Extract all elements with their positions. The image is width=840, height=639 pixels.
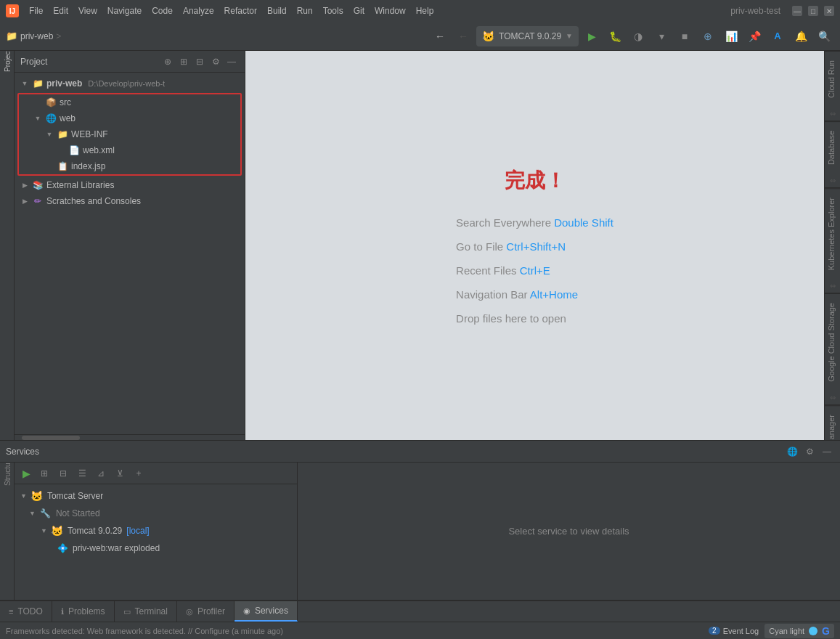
tree-root-node[interactable]: ▼ 📁 priv-web D:\Develop\priv-web-t <box>15 76 245 91</box>
menu-navigate[interactable]: Navigate <box>103 4 146 17</box>
event-log-badge[interactable]: 2 Event Log <box>709 627 759 635</box>
shortcut-recent-files: Recent Files Ctrl+E <box>456 264 613 277</box>
menu-analyze[interactable]: Analyze <box>179 4 219 17</box>
expand-icon <box>45 162 54 171</box>
svc-tomcat-local[interactable]: ▼ 🐱 Tomcat 9.0.29 [local] <box>15 522 297 540</box>
svc-tomcat-server[interactable]: ▼ 🐱 Tomcat Server <box>15 487 297 505</box>
menu-help[interactable]: Help <box>412 4 439 17</box>
tree-web-folder[interactable]: ▼ 🌐 web <box>19 110 240 126</box>
minimize-panel-button[interactable]: — <box>224 54 239 69</box>
pin-button[interactable]: 📌 <box>744 26 764 46</box>
translate-button[interactable]: A <box>767 26 788 46</box>
tab-services[interactable]: ◉ Services <box>235 601 298 622</box>
todo-tab-icon: ≡ <box>9 607 13 616</box>
menu-build[interactable]: Build <box>263 4 291 17</box>
horizontal-scrollbar[interactable] <box>15 434 245 440</box>
services-header-icons: 🌐 ⚙ — <box>785 444 834 459</box>
run-coverage-button[interactable]: ◑ <box>628 26 648 46</box>
menu-view[interactable]: View <box>74 4 102 17</box>
shortcut-label-4: Drop files here to open <box>456 312 566 325</box>
tree-external-libraries[interactable]: ▶ 📚 External Libraries <box>15 177 245 193</box>
tree-src-folder[interactable]: 📦 src <box>19 94 240 110</box>
menu-git[interactable]: Git <box>349 4 369 17</box>
services-filter2-button[interactable]: ⊻ <box>112 465 128 481</box>
structure-icon[interactable]: Structure <box>1 465 13 477</box>
stop-button[interactable]: ■ <box>674 26 695 46</box>
menu-window[interactable]: Window <box>370 4 410 17</box>
project-tab-icon[interactable]: Project <box>1 54 14 67</box>
menu-tools[interactable]: Tools <box>319 4 348 17</box>
svc-war-exploded[interactable]: 💠 priv-web:war exploded <box>15 540 297 557</box>
attach-button[interactable]: ⊕ <box>698 26 718 46</box>
right-sidebar-secret-manager[interactable]: Secret Manager <box>825 405 840 440</box>
theme-selector[interactable]: Cyan light G <box>764 624 834 638</box>
tomcat-server-icon: 🐱 <box>31 490 43 502</box>
tree-scratches[interactable]: ▶ ✏ Scratches and Consoles <box>15 193 245 209</box>
sidebar-separator-1: ⇔ <box>825 107 840 121</box>
back-button[interactable]: ← <box>430 26 450 46</box>
more-run-button[interactable]: ▾ <box>651 26 672 46</box>
tomcat-server-label: Tomcat Server <box>47 491 103 501</box>
menu-run[interactable]: Run <box>293 4 317 17</box>
tree-indexjsp-file[interactable]: 📋 index.jsp <box>19 158 240 174</box>
theme-name: Cyan light <box>769 627 804 635</box>
status-right-area: 2 Event Log Cyan light G <box>709 624 834 638</box>
menu-refactor[interactable]: Refactor <box>220 4 261 17</box>
shortcut-nav-bar: Navigation Bar Alt+Home <box>456 288 613 301</box>
services-add-button[interactable]: + <box>131 465 147 481</box>
right-sidebar-cloud-run[interactable]: Cloud Run <box>825 51 840 107</box>
services-group-button[interactable]: ☰ <box>74 465 90 481</box>
search-everywhere-button[interactable]: 🔍 <box>814 26 834 46</box>
right-sidebar-database[interactable]: Database <box>825 121 840 174</box>
settings-button[interactable]: ⚙ <box>208 54 223 69</box>
shortcut-label-2: Recent Files <box>456 264 520 277</box>
webinf-folder-icon: 📁 <box>57 129 68 140</box>
tab-todo[interactable]: ≡ TODO <box>0 601 52 622</box>
services-left-bar: Structure <box>0 463 15 600</box>
expand-icon <box>33 98 42 107</box>
minimize-button[interactable]: — <box>792 6 802 16</box>
menu-file[interactable]: File <box>25 4 47 17</box>
expand-all-button[interactable]: ⊞ <box>176 54 191 69</box>
run-button[interactable]: ▶ <box>582 26 602 46</box>
tree-webinf-folder[interactable]: ▼ 📁 WEB-INF <box>19 126 240 142</box>
services-run-button[interactable]: ▶ <box>19 466 33 481</box>
right-sidebar-kubernetes[interactable]: Kubernetes Explorer <box>825 188 840 279</box>
services-tab-icon: ◉ <box>243 606 250 616</box>
tree-webxml-file[interactable]: 📄 web.xml <box>19 142 240 158</box>
forward-button[interactable]: ← <box>453 26 473 46</box>
services-filter-button[interactable]: ⊿ <box>93 465 109 481</box>
menu-code[interactable]: Code <box>147 4 177 17</box>
expand-icon <box>57 146 65 155</box>
services-collapse-button[interactable]: ⊟ <box>55 465 71 481</box>
scope-icon-button[interactable]: ⊕ <box>160 54 175 69</box>
profile-button[interactable]: 📊 <box>721 26 741 46</box>
services-expand-button[interactable]: ⊞ <box>36 465 52 481</box>
main-toolbar: 📁 priv-web > ← ← 🐱 TOMCAT 9.0.29 ▼ ▶ 🐛 ◑… <box>0 22 840 51</box>
tab-profiler[interactable]: ◎ Profiler <box>177 601 235 622</box>
tab-problems[interactable]: ℹ Problems <box>52 601 115 622</box>
right-sidebar-gcs[interactable]: Google Cloud Storage <box>825 293 840 391</box>
shortcut-label-3: Navigation Bar <box>456 288 530 301</box>
file-tree: ▼ 📁 priv-web D:\Develop\priv-web-t 📦 src <box>15 73 245 434</box>
collapse-all-button[interactable]: ⊟ <box>192 54 207 69</box>
debug-button[interactable]: 🐛 <box>605 26 625 46</box>
services-minimize-button[interactable]: — <box>820 444 834 459</box>
completion-banner: 完成！ <box>505 167 566 195</box>
svc-not-started[interactable]: ▼ 🔧 Not Started <box>15 505 297 522</box>
not-started-label: Not Started <box>56 508 100 518</box>
notifications-button[interactable]: 🔔 <box>791 26 811 46</box>
close-button[interactable]: ✕ <box>824 6 834 16</box>
run-configuration[interactable]: 🐱 TOMCAT 9.0.29 ▼ <box>476 26 579 46</box>
web-label: web <box>60 113 76 123</box>
services-tree: ▶ ⊞ ⊟ ☰ ⊿ ⊻ + ▼ 🐱 Tomcat Server <box>15 463 298 600</box>
menu-edit[interactable]: Edit <box>49 4 73 17</box>
tab-terminal[interactable]: ▭ Terminal <box>115 601 177 622</box>
tomcat-local-badge: [local] <box>126 526 149 536</box>
services-body: Structure ▶ ⊞ ⊟ ☰ ⊿ ⊻ + ▼ 🐱 <box>0 463 840 600</box>
services-settings-button[interactable]: ⚙ <box>802 444 817 459</box>
todo-tab-label: TODO <box>17 606 42 616</box>
services-globe-button[interactable]: 🌐 <box>785 444 799 459</box>
maximize-button[interactable]: □ <box>808 6 818 16</box>
profiler-tab-label: Profiler <box>197 606 225 616</box>
